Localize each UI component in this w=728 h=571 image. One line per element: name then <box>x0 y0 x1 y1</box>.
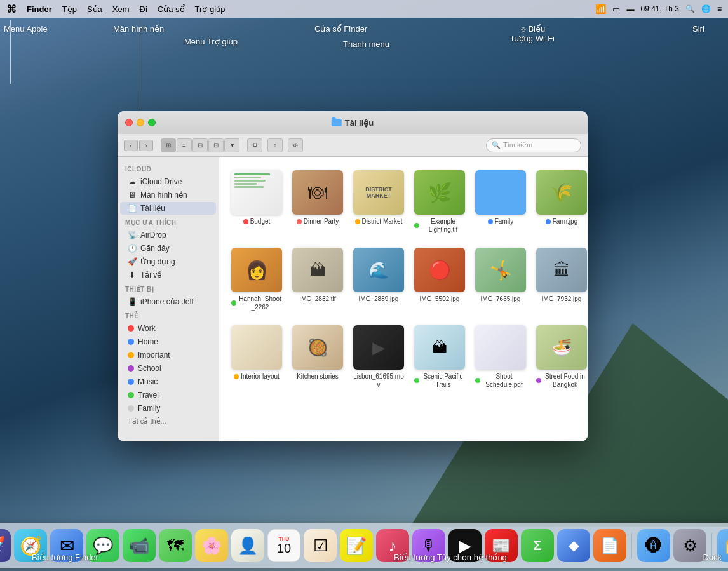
dock-app-contacts[interactable]: 👤 <box>231 529 264 562</box>
search-box[interactable]: 🔍 Tìm kiếm <box>486 138 581 152</box>
close-button[interactable] <box>125 119 133 126</box>
file-menu[interactable]: Tệp <box>62 4 77 14</box>
sidebar-item-recents[interactable]: 🕐 Gần đây <box>120 242 216 255</box>
file-item-district[interactable]: DISTRICTMARKET District Market <box>351 166 407 238</box>
back-button[interactable]: ‹ <box>124 140 138 151</box>
sidebar-item-tag-music[interactable]: Music <box>120 375 216 388</box>
column-view-button[interactable]: ⊟ <box>192 138 208 152</box>
file-item-img7635[interactable]: 🤸 IMG_7635.jpg <box>473 244 529 315</box>
sidebar-item-tag-school[interactable]: School <box>120 362 216 375</box>
wifi-icon[interactable]: 📶 <box>595 4 606 14</box>
file-item-interior[interactable]: Interior layout <box>229 321 285 393</box>
file-item-street[interactable]: 🍜 Street Food in Bangkok <box>534 321 588 393</box>
forward-button[interactable]: › <box>139 140 153 151</box>
siri-icon[interactable]: 🌐 <box>701 4 711 13</box>
sidebar-item-all-tags[interactable]: Tất cả thẻ... <box>120 415 216 427</box>
sidebar-item-applications[interactable]: 🚀 Ứng dụng <box>120 255 216 268</box>
downloads-label: Tải về <box>140 271 161 279</box>
file-item-img5502[interactable]: 🔴 IMG_5502.jpg <box>412 244 468 315</box>
view-options-button[interactable]: ▾ <box>224 138 239 152</box>
dock-app-keynote[interactable]: ◆ <box>557 529 590 562</box>
file-item-lisbon[interactable]: ▶ Lisbon_61695.mov <box>351 321 407 393</box>
dock-app-numbers[interactable]: Σ <box>521 529 554 562</box>
airplay-icon[interactable]: ▭ <box>612 4 620 14</box>
dock-app-music[interactable]: ♪ <box>376 529 409 562</box>
file-item-img7932[interactable]: 🏛 IMG_7932.jpg <box>534 244 588 315</box>
dock-app-maps[interactable]: 🗺 <box>159 529 192 562</box>
gallery-view-button[interactable]: ⊡ <box>208 138 224 152</box>
sidebar-item-tag-family[interactable]: Family <box>120 402 216 415</box>
maximize-button[interactable] <box>148 119 156 126</box>
dock-app-facetime[interactable]: 📹 <box>123 529 156 562</box>
window-menu[interactable]: Cửa sổ <box>158 4 185 14</box>
airdrop-label: AirDrop <box>140 231 166 239</box>
control-center-icon[interactable]: ≡ <box>717 4 722 13</box>
finder-content[interactable]: Budget 🍽 Dinner Party DISTRI <box>219 157 588 441</box>
go-menu[interactable]: Đi <box>140 4 147 14</box>
sidebar-item-desktop[interactable]: 🖥 Màn hình nền <box>120 189 216 201</box>
dock-separator-2 <box>711 533 712 558</box>
battery-icon[interactable]: ▬ <box>626 4 634 13</box>
dock-app-launchpad[interactable]: 🚀 <box>0 529 11 562</box>
dock-app-news[interactable]: 📰 <box>485 529 518 562</box>
downloads-icon: ⬇ <box>128 271 137 279</box>
dock-app-system-preferences[interactable]: ⚙ <box>673 529 706 562</box>
dock-app-appstore[interactable]: 🅐 <box>637 529 670 562</box>
sidebar-item-tag-home[interactable]: Home <box>120 335 216 348</box>
finder-menu[interactable]: Finder <box>27 4 52 14</box>
share-button[interactable]: ↑ <box>267 138 283 152</box>
file-thumb-lisbon: ▶ <box>353 325 404 370</box>
sidebar-item-downloads[interactable]: ⬇ Tải về <box>120 269 216 281</box>
file-item-budget[interactable]: Budget <box>229 166 285 238</box>
file-item-img2832[interactable]: 🏔 IMG_2832.tif <box>290 244 346 315</box>
dock-app-photos[interactable]: 🌸 <box>195 529 228 562</box>
file-name-hannah: Hannah_Shoot_2262 <box>231 295 282 311</box>
file-thumb-shoot <box>475 325 526 370</box>
view-buttons: ⊞ ≡ ⊟ ⊡ ▾ <box>161 138 239 152</box>
file-item-dinner[interactable]: 🍽 Dinner Party <box>290 166 346 238</box>
view-menu[interactable]: Xem <box>112 4 130 14</box>
dock-app-calendar[interactable]: THU 10 <box>267 529 300 562</box>
sidebar-item-icloud-drive[interactable]: ☁ iCloud Drive <box>120 175 216 188</box>
sidebar-item-tag-important[interactable]: Important <box>120 349 216 361</box>
file-item-family[interactable]: Family <box>473 166 529 238</box>
sidebar-item-airdrop[interactable]: 📡 AirDrop <box>120 229 216 241</box>
file-thumb-scenic: 🏔 <box>414 325 465 370</box>
dock-app-podcasts[interactable]: 🎙 <box>412 529 445 562</box>
traffic-lights <box>125 119 156 126</box>
file-item-scenic[interactable]: 🏔 Scenic Pacific Trails <box>412 321 468 393</box>
search-icon[interactable]: 🔍 <box>685 4 695 13</box>
tag-button[interactable]: ⊕ <box>288 138 303 152</box>
applications-label: Ứng dụng <box>140 257 175 266</box>
dock-app-mail[interactable]: ✉ <box>50 529 83 562</box>
file-thumb-lighting: 🌿 <box>414 170 465 215</box>
file-item-hannah[interactable]: 👩 Hannah_Shoot_2262 <box>229 244 285 315</box>
help-menu[interactable]: Trợ giúp <box>195 4 226 14</box>
list-view-button[interactable]: ≡ <box>177 138 192 152</box>
dock-app-pages[interactable]: 📄 <box>593 529 626 562</box>
sidebar-item-documents[interactable]: 📄 Tài liệu <box>120 202 216 215</box>
sidebar-item-tag-work[interactable]: Work <box>120 322 216 335</box>
file-item-img2889[interactable]: 🌊 IMG_2889.jpg <box>351 244 407 315</box>
file-item-shoot[interactable]: Shoot Schedule.pdf <box>473 321 529 393</box>
edit-menu[interactable]: Sửa <box>87 4 102 14</box>
file-name-shoot: Shoot Schedule.pdf <box>475 372 526 389</box>
sidebar-item-iphone[interactable]: 📱 iPhone của Jeff <box>120 295 216 308</box>
work-tag-label: Work <box>138 324 156 333</box>
file-name-interior: Interior layout <box>234 372 280 380</box>
dock-app-reminders[interactable]: ☑ <box>304 529 337 562</box>
dock-app-safari[interactable]: 🧭 <box>14 529 47 562</box>
sidebar-item-tag-travel[interactable]: Travel <box>120 389 216 401</box>
file-item-farm[interactable]: 🌾 Farm.jpg <box>534 166 588 238</box>
dock-app-appletv[interactable]: ▶ <box>448 529 482 562</box>
minimize-button[interactable] <box>137 119 144 126</box>
icon-view-button[interactable]: ⊞ <box>161 138 176 152</box>
file-item-lighting[interactable]: 🌿 Example Lighting.tif <box>412 166 468 238</box>
dock-app-downloads[interactable]: 📁 <box>717 529 728 562</box>
dock-app-messages[interactable]: 💬 <box>86 529 119 562</box>
dock-app-notes[interactable]: 📝 <box>340 529 373 562</box>
finder-titlebar: Tài liệu <box>118 111 588 134</box>
action-button[interactable]: ⚙ <box>247 138 262 152</box>
apple-menu-button[interactable]: ⌘ <box>6 3 17 15</box>
file-item-kitchen[interactable]: 🥘 Kitchen stories <box>290 321 346 393</box>
